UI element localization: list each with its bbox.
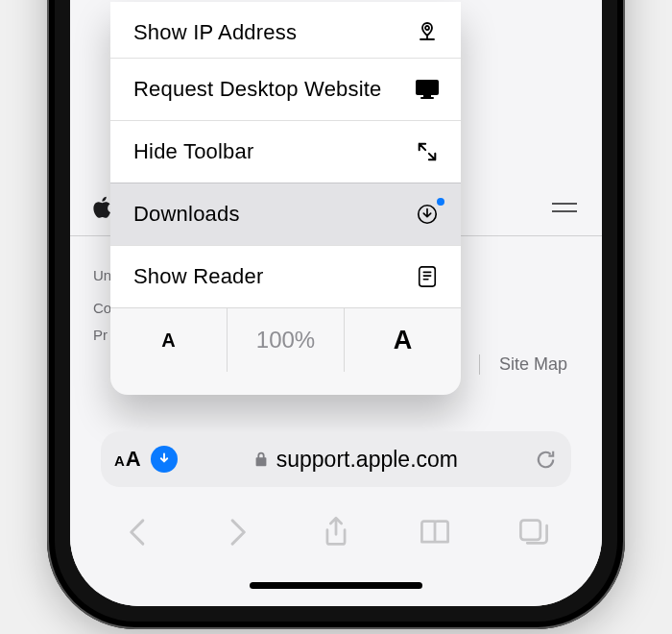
home-indicator[interactable] bbox=[250, 582, 422, 589]
sitemap-link[interactable]: Site Map bbox=[479, 354, 567, 375]
show-reader-item[interactable]: Show Reader bbox=[110, 245, 461, 307]
request-desktop-website-item[interactable]: Request Desktop Website bbox=[110, 58, 461, 120]
url-domain-label: support.apple.com bbox=[276, 447, 458, 473]
back-button[interactable] bbox=[122, 516, 155, 549]
bookmarks-button[interactable] bbox=[419, 516, 451, 549]
menu-item-label: Show Reader bbox=[133, 264, 413, 289]
zoom-in-button[interactable]: A bbox=[345, 308, 461, 372]
page-settings-popover: Show IP Address Request Desktop Website … bbox=[110, 2, 461, 395]
location-pin-icon bbox=[413, 18, 442, 47]
hide-toolbar-item[interactable]: Hide Toolbar bbox=[110, 120, 461, 183]
zoom-out-button[interactable]: A bbox=[110, 308, 228, 372]
zoom-percentage-label: 100% bbox=[256, 327, 315, 354]
menu-item-label: Downloads bbox=[133, 202, 413, 227]
desktop-monitor-icon bbox=[413, 75, 442, 104]
expand-arrows-icon bbox=[413, 137, 442, 166]
svg-rect-0 bbox=[416, 80, 439, 95]
new-downloads-indicator bbox=[437, 198, 444, 206]
url-domain-wrap[interactable]: support.apple.com bbox=[178, 447, 534, 473]
forward-button bbox=[221, 516, 253, 549]
reader-document-icon bbox=[413, 262, 442, 291]
menu-item-label: Show IP Address bbox=[133, 20, 413, 45]
globalnav-menu-icon[interactable] bbox=[550, 198, 579, 217]
safari-toolbar bbox=[70, 508, 602, 556]
share-button[interactable] bbox=[320, 516, 352, 549]
menu-item-label: Request Desktop Website bbox=[133, 77, 413, 102]
downloads-button[interactable] bbox=[151, 446, 178, 473]
tabs-button[interactable] bbox=[517, 516, 550, 549]
aa-icon: A bbox=[114, 452, 125, 469]
svg-rect-4 bbox=[420, 267, 436, 286]
show-ip-address-item[interactable]: Show IP Address bbox=[110, 2, 461, 58]
page-settings-button[interactable]: AA bbox=[114, 447, 141, 472]
reload-icon[interactable] bbox=[534, 448, 558, 472]
downloads-item[interactable]: Downloads bbox=[110, 183, 461, 245]
small-a-icon: A bbox=[161, 329, 175, 352]
svg-rect-5 bbox=[520, 521, 540, 540]
download-circle-icon bbox=[413, 200, 442, 229]
text-zoom-row: A 100% A bbox=[110, 307, 461, 372]
url-bar[interactable]: AA support.apple.com bbox=[101, 431, 571, 487]
big-a-icon: A bbox=[394, 326, 413, 355]
phone-frame: Un Co Pr Site Map Show IP Address Reques… bbox=[47, 0, 625, 629]
svg-rect-1 bbox=[423, 95, 431, 97]
svg-rect-2 bbox=[420, 97, 434, 99]
zoom-value[interactable]: 100% bbox=[228, 308, 345, 372]
lock-icon bbox=[253, 451, 269, 468]
menu-item-label: Hide Toolbar bbox=[133, 139, 413, 164]
